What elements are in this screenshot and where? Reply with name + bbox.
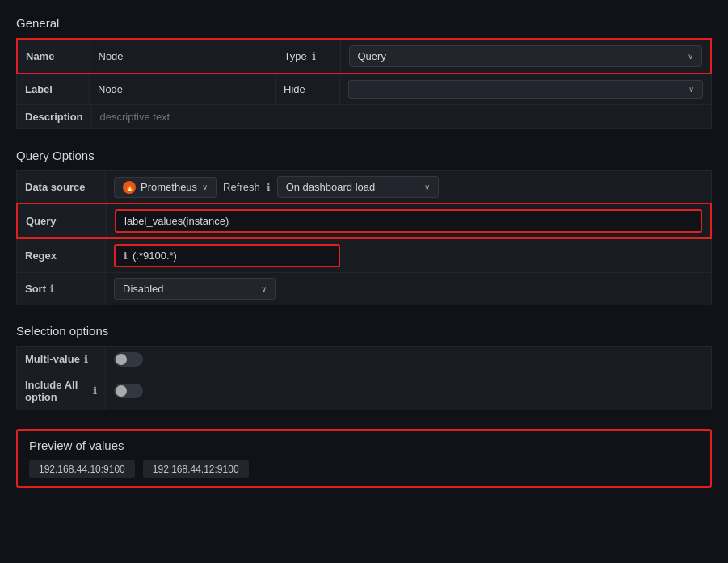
- prometheus-icon: 🔥: [123, 181, 136, 194]
- include-all-toggle[interactable]: [114, 384, 143, 398]
- refresh-label: Refresh: [223, 181, 260, 193]
- sort-content[interactable]: Disabled ∨: [106, 273, 711, 305]
- sort-row: Sort ℹ Disabled ∨: [16, 272, 712, 305]
- include-all-row: Include All option ℹ: [16, 372, 712, 410]
- include-all-label: Include All option ℹ: [17, 372, 106, 410]
- datasource-content: 🔥 Prometheus ∨ Refresh ℹ On dashboard lo…: [106, 171, 711, 203]
- hide-dropdown-cell[interactable]: ∨: [340, 74, 712, 105]
- datasource-chevron-icon: ∨: [202, 183, 208, 191]
- query-row: Query: [16, 203, 712, 239]
- query-options-title: Query Options: [16, 149, 712, 162]
- include-all-info-icon: ℹ: [93, 385, 97, 397]
- multivalue-toggle[interactable]: [114, 352, 143, 367]
- regex-row: Regex ℹ: [16, 238, 712, 273]
- type-label: Type ℹ: [276, 39, 340, 74]
- regex-info-icon: ℹ: [124, 250, 128, 262]
- type-chevron-icon: ∨: [688, 52, 693, 61]
- label-label: Label: [17, 74, 90, 105]
- general-title: General: [16, 16, 712, 30]
- query-content[interactable]: [107, 204, 710, 237]
- sort-info-icon: ℹ: [50, 284, 54, 295]
- sort-chevron-icon: ∨: [261, 284, 267, 293]
- hide-label: Hide: [276, 74, 340, 105]
- regex-content: ℹ: [106, 239, 711, 272]
- preview-title: Preview of values: [29, 439, 699, 452]
- type-value: Query: [358, 50, 386, 62]
- name-label: Name: [17, 39, 90, 74]
- type-info-icon: ℹ: [312, 50, 316, 62]
- description-row: Description: [17, 105, 712, 129]
- description-field[interactable]: [100, 111, 703, 123]
- datasource-name: Prometheus: [141, 181, 197, 193]
- name-input[interactable]: [90, 39, 276, 74]
- preview-values: 192.168.44.10:9100 192.168.44.12:9100: [29, 460, 699, 478]
- regex-input-box[interactable]: ℹ: [114, 244, 340, 267]
- type-dropdown-cell[interactable]: Query ∨: [340, 39, 711, 74]
- multivalue-content[interactable]: [106, 347, 711, 372]
- multivalue-row: Multi-value ℹ: [16, 346, 712, 372]
- query-input[interactable]: [124, 215, 692, 227]
- refresh-info-icon: ℹ: [267, 182, 271, 193]
- sort-dropdown[interactable]: Disabled ∨: [114, 278, 276, 300]
- datasource-row: Data source 🔥 Prometheus ∨ Refresh ℹ On …: [16, 170, 712, 204]
- name-field[interactable]: [99, 50, 267, 62]
- sort-value: Disabled: [123, 283, 164, 295]
- refresh-dropdown[interactable]: On dashboard load ∨: [277, 176, 439, 198]
- refresh-value: On dashboard load: [286, 181, 376, 193]
- type-label-text: Type: [284, 50, 307, 62]
- name-type-row: Name Type ℹ Query ∨: [17, 39, 711, 74]
- multivalue-label: Multi-value ℹ: [17, 347, 106, 372]
- query-options-section: Query Options Data source 🔥 Prometheus ∨…: [16, 149, 712, 305]
- hide-dropdown[interactable]: ∨: [348, 80, 703, 99]
- label-input[interactable]: [90, 74, 276, 105]
- query-input-box[interactable]: [115, 209, 702, 233]
- description-label: Description: [17, 105, 92, 129]
- preview-section: Preview of values 192.168.44.10:9100 192…: [16, 429, 712, 488]
- refresh-chevron-icon: ∨: [424, 183, 430, 191]
- include-all-content[interactable]: [106, 372, 711, 410]
- description-input[interactable]: [91, 105, 711, 129]
- datasource-label: Data source: [17, 171, 106, 203]
- query-label: Query: [18, 204, 107, 237]
- label-row: Label Hide ∨: [17, 74, 712, 105]
- selection-options-title: Selection options: [16, 324, 712, 338]
- multivalue-info-icon: ℹ: [84, 354, 88, 365]
- preview-value-2: 192.168.44.12:9100: [143, 460, 249, 478]
- label-field[interactable]: [98, 83, 267, 95]
- type-dropdown[interactable]: Query ∨: [349, 45, 703, 67]
- preview-value-1: 192.168.44.10:9100: [29, 460, 135, 478]
- regex-label: Regex: [17, 239, 106, 272]
- regex-input[interactable]: [133, 250, 330, 262]
- datasource-dropdown[interactable]: 🔥 Prometheus ∨: [114, 177, 217, 198]
- selection-options-section: Selection options Multi-value ℹ Include …: [16, 324, 712, 410]
- sort-label: Sort ℹ: [17, 273, 106, 305]
- hide-chevron-icon: ∨: [688, 85, 694, 94]
- general-section: General Name Type ℹ Query ∨ L: [16, 16, 712, 129]
